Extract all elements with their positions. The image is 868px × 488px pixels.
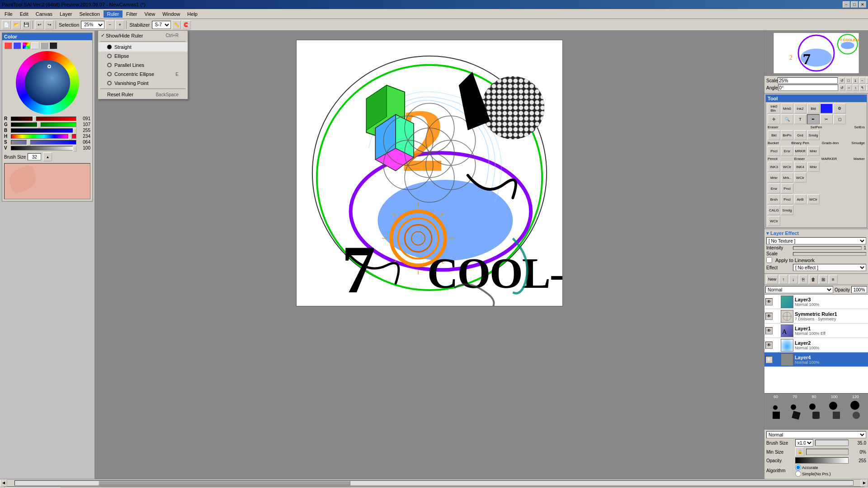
v-slider-track[interactable]	[11, 146, 76, 150]
tool-water4[interactable]: WClr	[768, 216, 780, 226]
tool-airbrush[interactable]: AirB	[794, 194, 807, 204]
save-button[interactable]: 💾	[22, 20, 31, 29]
color-wheel-container[interactable]	[16, 51, 79, 114]
layer-flat-button[interactable]: ≡	[829, 275, 838, 284]
r-slider-track[interactable]	[11, 117, 76, 121]
color-tab-hsv[interactable]	[13, 42, 21, 49]
scale-reset-button[interactable]: ↺	[839, 77, 845, 84]
layer2-visibility[interactable]: 👁	[765, 342, 773, 349]
ruler-ellipse-item[interactable]: Ellipse	[98, 52, 188, 61]
tool-pencil1[interactable]: Pncl	[768, 146, 780, 156]
menu-filter[interactable]: Filter	[123, 10, 141, 18]
tool-inkzero[interactable]: Ink0Bin	[768, 103, 780, 113]
maximize-button[interactable]: □	[851, 1, 858, 8]
angle-input[interactable]	[778, 84, 838, 91]
tool-water2[interactable]: WClr	[794, 173, 807, 183]
texture-select[interactable]: [ No Texture ]	[766, 237, 866, 244]
tool-smudge1[interactable]: Smdg	[807, 130, 820, 140]
tool-selers[interactable]: ◻	[833, 114, 846, 124]
tool-marker3[interactable]: Mrkr	[807, 162, 820, 172]
lb-accurate-label[interactable]: Accurate	[795, 465, 831, 470]
apply-linework-checkbox[interactable]	[766, 257, 772, 263]
angle-reset-button[interactable]: ↺	[839, 84, 845, 91]
lb-accurate-radio[interactable]	[795, 465, 801, 470]
lb-minsize-lock[interactable]: 🔒	[795, 447, 804, 456]
ruler-show-hide-item[interactable]: Show/Hide Ruler Ctrl+R	[98, 31, 188, 40]
g-slider-track[interactable]	[11, 122, 76, 127]
h-scroll-track[interactable]	[14, 480, 854, 486]
lb-mult-select[interactable]: x1.0	[795, 439, 813, 446]
h-scroll-thumb[interactable]	[99, 481, 350, 485]
h-slider-track[interactable]	[11, 134, 76, 139]
ruler-toggle[interactable]: 📏	[172, 20, 181, 29]
layer-down-button[interactable]: ↓	[789, 275, 798, 284]
layer-row-layer1[interactable]: 👁 A Layer1 Normal 100% Eff	[764, 324, 868, 338]
layer1-visibility[interactable]: 👁	[765, 327, 773, 334]
color-tab-extra[interactable]	[49, 42, 57, 49]
layer-delete-button[interactable]: 🗑	[809, 275, 818, 284]
angle-ccw-button[interactable]: ↰	[859, 84, 866, 91]
scale-inc-button[interactable]: +	[866, 77, 868, 84]
color-tab-wheel[interactable]	[22, 42, 30, 49]
tool-ink3[interactable]: INK3	[768, 162, 780, 172]
effect-select[interactable]: [ No effect ]	[793, 264, 866, 271]
color-wheel[interactable]	[16, 51, 79, 114]
tool-zoom[interactable]: 🔍	[781, 114, 793, 124]
tool-binary-pen[interactable]: BnPn	[781, 130, 793, 140]
tool-gradation[interactable]: Grd	[794, 130, 807, 140]
layer-opacity-input[interactable]	[851, 286, 867, 293]
canvas-container[interactable]: 2	[95, 31, 764, 479]
zoom-minus-button[interactable]: −	[105, 20, 114, 29]
tool-water3[interactable]: WClr	[807, 194, 820, 204]
layer-row-layer4[interactable]: 👁 Layer4 Normal 100%	[764, 352, 868, 367]
ruler-parallel-item[interactable]: Parallel Lines	[98, 61, 188, 70]
ruler1-visibility[interactable]: 👁	[765, 313, 773, 320]
menu-help[interactable]: Help	[184, 10, 201, 18]
scale-fit-button[interactable]: □	[845, 77, 852, 84]
layer-row-ruler1[interactable]: 👁 Symmetric Ruler1 7 Divisions · Symmetr…	[764, 309, 868, 324]
tool-settings[interactable]: ⚙	[833, 103, 846, 113]
layer-mode-select[interactable]: Normal	[765, 286, 833, 293]
menu-canvas[interactable]: Canvas	[32, 10, 56, 18]
layer-copy-button[interactable]: ⎘	[799, 275, 808, 284]
layer-row-layer3[interactable]: 👁 Layer3 Normal 100%	[764, 295, 868, 309]
s-slider-track[interactable]	[11, 140, 76, 145]
tool-calig[interactable]: CALG	[768, 205, 780, 215]
open-button[interactable]: 📂	[12, 20, 21, 29]
scale-dec-button[interactable]: −	[859, 77, 865, 84]
tool-bucket[interactable]: Bkt	[768, 130, 780, 140]
color-tab-swatches[interactable]	[40, 42, 48, 49]
angle-flip-h-button[interactable]: ↔	[846, 84, 852, 91]
tool-blend[interactable]: Bld	[807, 103, 820, 113]
tool-marker4[interactable]: Mrkr	[768, 173, 780, 183]
tool-marker2[interactable]: Mrkr	[807, 146, 820, 156]
tool-marker-big[interactable]: MRKR	[794, 146, 807, 156]
tool-smudge2[interactable]: Smdg	[781, 205, 793, 215]
ruler-vanishing-item[interactable]: Vanishing Point	[98, 79, 188, 88]
tool-selpen[interactable]: ✂	[820, 114, 833, 124]
scale-1-button[interactable]: 1	[852, 77, 859, 84]
minimize-button[interactable]: −	[843, 1, 850, 8]
scroll-left-button[interactable]: ◀	[0, 479, 7, 487]
layer4-visibility[interactable]: 👁	[765, 356, 773, 363]
brush-size-inc[interactable]: ▲	[43, 152, 52, 161]
tool-eraser1[interactable]: Ersr	[781, 146, 793, 156]
lb-minsize-slider[interactable]	[806, 449, 849, 455]
tool-pencil3[interactable]: Pncl	[781, 194, 793, 204]
zoom-plus-button[interactable]: +	[115, 20, 124, 29]
scroll-right-button[interactable]: ▶	[861, 479, 868, 487]
zoom-select[interactable]: 25% 50% 100%	[81, 21, 104, 29]
tool-water1[interactable]: WClr	[781, 162, 793, 172]
tool-ink4[interactable]: INK4	[794, 162, 807, 172]
menu-ruler[interactable]: Ruler	[104, 10, 123, 18]
close-button[interactable]: ✕	[859, 1, 866, 8]
tool-marker0[interactable]: Mrk0	[781, 103, 793, 113]
angle-flip-v-button[interactable]: ↕	[853, 84, 859, 91]
b-slider-track[interactable]	[11, 128, 76, 133]
tool-pen[interactable]: ✒	[807, 114, 820, 124]
scale-input[interactable]	[778, 77, 838, 84]
tool-pencil2[interactable]: Pncl	[781, 183, 793, 193]
lb-opacity-slider[interactable]	[795, 457, 849, 464]
lb-simple-label[interactable]: Simple(No Prs.)	[795, 471, 831, 477]
lb-brushsize-slider[interactable]	[815, 440, 849, 446]
